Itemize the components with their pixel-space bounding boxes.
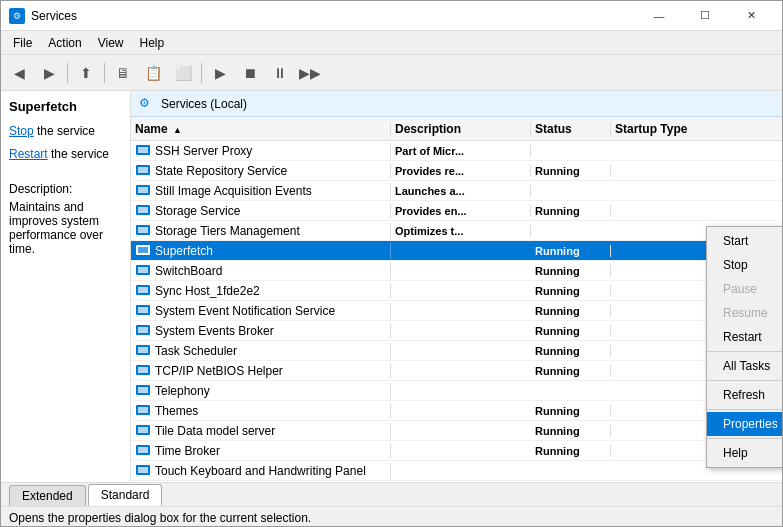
col-header-status[interactable]: Status bbox=[531, 122, 611, 136]
service-icon bbox=[135, 343, 151, 359]
context-menu-alltasks[interactable]: All Tasks ▶ bbox=[707, 354, 782, 378]
properties-button[interactable]: ⬜ bbox=[169, 59, 197, 87]
row-name-synchost: Sync Host_1fde2e2 bbox=[131, 283, 391, 299]
menu-help[interactable]: Help bbox=[132, 34, 173, 52]
stop-service-link[interactable]: Stop bbox=[9, 124, 34, 138]
table-row[interactable]: Telephony bbox=[131, 381, 782, 401]
context-menu-separator-3 bbox=[707, 409, 782, 410]
menu-file[interactable]: File bbox=[5, 34, 40, 52]
stop-button[interactable]: ⏹ bbox=[236, 59, 264, 87]
table-row[interactable]: System Events Broker Running bbox=[131, 321, 782, 341]
restart-service-link[interactable]: Restart bbox=[9, 147, 48, 161]
sort-arrow: ▲ bbox=[173, 125, 182, 135]
table-row[interactable]: TCP/IP NetBIOS Helper Running bbox=[131, 361, 782, 381]
table-row[interactable]: Sync Host_1fde2e2 Running bbox=[131, 281, 782, 301]
context-menu-start[interactable]: Start bbox=[707, 229, 782, 253]
table-row[interactable]: SSH Server Proxy Part of Micr... bbox=[131, 141, 782, 161]
service-icon bbox=[135, 263, 151, 279]
right-panel: ⚙ Services (Local) Name ▲ Description St… bbox=[131, 91, 782, 482]
table-row[interactable]: Task Scheduler Running bbox=[131, 341, 782, 361]
window-controls: — ☐ ✕ bbox=[636, 1, 774, 31]
service-desc: Part of Micr... bbox=[391, 145, 531, 157]
service-icon bbox=[135, 443, 151, 459]
table-body: SSH Server Proxy Part of Micr... State R… bbox=[131, 141, 782, 482]
tab-extended[interactable]: Extended bbox=[9, 485, 86, 506]
service-name: Themes bbox=[155, 404, 198, 418]
restart-button[interactable]: ▶▶ bbox=[296, 59, 324, 87]
table-row[interactable]: Touch Keyboard and Handwriting Panel bbox=[131, 461, 782, 481]
tab-standard[interactable]: Standard bbox=[88, 484, 163, 506]
service-name: Storage Tiers Management bbox=[155, 224, 300, 238]
context-menu-help[interactable]: Help bbox=[707, 441, 782, 465]
service-status: Running bbox=[531, 445, 611, 457]
service-icon bbox=[135, 283, 151, 299]
context-menu-restart[interactable]: Restart bbox=[707, 325, 782, 349]
stop-service-text: the service bbox=[34, 124, 95, 138]
table-row[interactable]: State Repository Service Provides re... … bbox=[131, 161, 782, 181]
svg-rect-11 bbox=[138, 247, 148, 253]
table-row[interactable]: Storage Tiers Management Optimizes t... bbox=[131, 221, 782, 241]
svg-rect-17 bbox=[138, 307, 148, 313]
service-status: Running bbox=[531, 305, 611, 317]
svg-rect-29 bbox=[138, 427, 148, 433]
context-menu-refresh[interactable]: Refresh bbox=[707, 383, 782, 407]
stop-service-line: Stop the service bbox=[9, 122, 122, 141]
table-row[interactable]: Themes Running bbox=[131, 401, 782, 421]
table-row[interactable]: Still Image Acquisition Events Launches … bbox=[131, 181, 782, 201]
svg-rect-27 bbox=[138, 407, 148, 413]
context-menu-pause: Pause bbox=[707, 277, 782, 301]
svg-rect-23 bbox=[138, 367, 148, 373]
computer-button[interactable]: 🖥 bbox=[109, 59, 137, 87]
svg-rect-3 bbox=[138, 167, 148, 173]
table-row[interactable]: Time Broker Running bbox=[131, 441, 782, 461]
forward-button[interactable]: ▶ bbox=[35, 59, 63, 87]
play-button[interactable]: ▶ bbox=[206, 59, 234, 87]
description-label: Description: bbox=[9, 182, 122, 196]
col-header-startup[interactable]: Startup Type bbox=[611, 122, 711, 136]
context-menu-resume: Resume bbox=[707, 301, 782, 325]
left-panel-description: Description: Maintains and improves syst… bbox=[9, 182, 122, 256]
col-header-desc[interactable]: Description bbox=[391, 122, 531, 136]
service-icon bbox=[135, 163, 151, 179]
row-name-taskscheduler: Task Scheduler bbox=[131, 343, 391, 359]
menu-view[interactable]: View bbox=[90, 34, 132, 52]
menu-action[interactable]: Action bbox=[40, 34, 89, 52]
row-name-sens: System Event Notification Service bbox=[131, 303, 391, 319]
context-menu-stop[interactable]: Stop bbox=[707, 253, 782, 277]
restart-service-text: the service bbox=[48, 147, 109, 161]
table-row[interactable]: SwitchBoard Running bbox=[131, 261, 782, 281]
service-icon bbox=[135, 203, 151, 219]
row-name-tiledatamodel: Tile Data model server bbox=[131, 423, 391, 439]
service-name: State Repository Service bbox=[155, 164, 287, 178]
service-name: Superfetch bbox=[155, 244, 213, 258]
service-name: Storage Service bbox=[155, 204, 240, 218]
pause-button[interactable]: ⏸ bbox=[266, 59, 294, 87]
row-name-switchboard: SwitchBoard bbox=[131, 263, 391, 279]
table-row-superfetch[interactable]: Superfetch Running bbox=[131, 241, 782, 261]
table-header: Name ▲ Description Status Startup Type bbox=[131, 117, 782, 141]
service-name: SwitchBoard bbox=[155, 264, 222, 278]
col-header-name[interactable]: Name ▲ bbox=[131, 122, 391, 136]
connect-button[interactable]: 📋 bbox=[139, 59, 167, 87]
service-name: Tile Data model server bbox=[155, 424, 275, 438]
service-desc: Provides en... bbox=[391, 205, 531, 217]
status-bar: Opens the properties dialog box for the … bbox=[1, 506, 782, 527]
row-name-storage: Storage Service bbox=[131, 203, 391, 219]
service-name: Telephony bbox=[155, 384, 210, 398]
row-name-superfetch: Superfetch bbox=[131, 243, 391, 259]
left-panel-title: Superfetch bbox=[9, 99, 122, 114]
minimize-button[interactable]: — bbox=[636, 1, 682, 31]
back-button[interactable]: ◀ bbox=[5, 59, 33, 87]
table-row[interactable]: System Event Notification Service Runnin… bbox=[131, 301, 782, 321]
close-button[interactable]: ✕ bbox=[728, 1, 774, 31]
service-desc: Provides re... bbox=[391, 165, 531, 177]
app-icon: ⚙ bbox=[9, 8, 25, 24]
table-row[interactable]: Storage Service Provides en... Running bbox=[131, 201, 782, 221]
up-button[interactable]: ⬆ bbox=[72, 59, 100, 87]
table-row[interactable]: Update Orchestrator Service for Wind... bbox=[131, 481, 782, 482]
toolbar-separator-2 bbox=[104, 63, 105, 83]
main-container: Superfetch Stop the service Restart the … bbox=[1, 91, 782, 482]
maximize-button[interactable]: ☐ bbox=[682, 1, 728, 31]
table-row[interactable]: Tile Data model server Running bbox=[131, 421, 782, 441]
context-menu-properties[interactable]: Properties bbox=[707, 412, 782, 436]
